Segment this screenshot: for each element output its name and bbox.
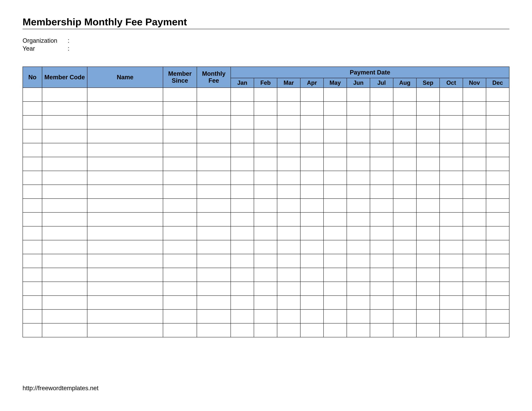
table-cell (347, 199, 370, 212)
table-cell (416, 254, 440, 268)
table-cell (416, 309, 440, 323)
table-cell (231, 102, 254, 115)
table-cell (23, 129, 42, 143)
table-cell (197, 171, 231, 185)
table-cell (254, 143, 277, 157)
table-cell (197, 240, 231, 254)
table-cell (300, 282, 323, 296)
table-cell (277, 323, 300, 337)
table-cell (370, 129, 393, 143)
table-cell (163, 88, 197, 102)
table-cell (347, 309, 370, 323)
table-cell (231, 199, 254, 212)
table-cell (277, 88, 300, 102)
table-cell (23, 157, 42, 171)
table-cell (42, 212, 87, 226)
table-cell (300, 212, 323, 226)
table-cell (87, 143, 163, 157)
table-row (23, 240, 509, 254)
table-row (23, 268, 509, 282)
table-row (23, 171, 509, 185)
table-cell (463, 212, 486, 226)
table-cell (300, 129, 323, 143)
table-cell (300, 323, 323, 337)
table-cell (463, 115, 486, 129)
table-cell (393, 143, 416, 157)
table-cell (463, 309, 486, 323)
table-cell (486, 157, 509, 171)
table-cell (254, 157, 277, 171)
table-cell (254, 88, 277, 102)
table-cell (231, 296, 254, 309)
table-cell (323, 226, 347, 240)
table-cell (323, 254, 347, 268)
header-month-may: May (323, 78, 347, 88)
table-cell (486, 240, 509, 254)
table-cell (42, 88, 87, 102)
table-cell (197, 282, 231, 296)
table-cell (42, 323, 87, 337)
table-cell (440, 171, 463, 185)
table-cell (393, 309, 416, 323)
table-cell (440, 115, 463, 129)
header-no: No (23, 67, 42, 88)
table-cell (163, 254, 197, 268)
table-cell (393, 88, 416, 102)
table-cell (300, 199, 323, 212)
table-cell (163, 157, 197, 171)
table-cell (87, 129, 163, 143)
table-cell (254, 240, 277, 254)
table-cell (347, 240, 370, 254)
table-cell (231, 88, 254, 102)
table-cell (323, 129, 347, 143)
table-cell (163, 143, 197, 157)
table-cell (440, 296, 463, 309)
table-cell (370, 254, 393, 268)
table-cell (197, 143, 231, 157)
table-cell (323, 309, 347, 323)
table-row (23, 102, 509, 115)
table-cell (42, 282, 87, 296)
table-cell (231, 323, 254, 337)
table-cell (87, 296, 163, 309)
table-cell (163, 102, 197, 115)
header-month-jan: Jan (231, 78, 254, 88)
table-cell (300, 102, 323, 115)
table-cell (23, 240, 42, 254)
meta-organization-row: Organization : (23, 37, 509, 44)
table-cell (347, 268, 370, 282)
table-cell (300, 143, 323, 157)
table-cell (163, 268, 197, 282)
table-cell (347, 102, 370, 115)
table-cell (370, 309, 393, 323)
table-row (23, 296, 509, 309)
table-cell (163, 129, 197, 143)
table-cell (254, 129, 277, 143)
table-cell (300, 296, 323, 309)
year-label: Year (23, 45, 68, 52)
table-cell (254, 323, 277, 337)
table-cell (463, 185, 486, 199)
table-cell (23, 102, 42, 115)
table-cell (486, 296, 509, 309)
table-cell (486, 309, 509, 323)
table-cell (486, 171, 509, 185)
table-cell (254, 296, 277, 309)
table-cell (254, 282, 277, 296)
table-cell (277, 157, 300, 171)
table-cell (87, 323, 163, 337)
header-member-since: Member Since (163, 67, 197, 88)
table-cell (197, 254, 231, 268)
table-cell (163, 226, 197, 240)
table-cell (300, 115, 323, 129)
table-cell (416, 240, 440, 254)
table-cell (440, 212, 463, 226)
organization-label: Organization (23, 37, 68, 44)
table-cell (347, 226, 370, 240)
table-row (23, 129, 509, 143)
header-month-mar: Mar (277, 78, 300, 88)
table-cell (347, 171, 370, 185)
table-cell (300, 171, 323, 185)
table-cell (393, 157, 416, 171)
table-cell (393, 102, 416, 115)
